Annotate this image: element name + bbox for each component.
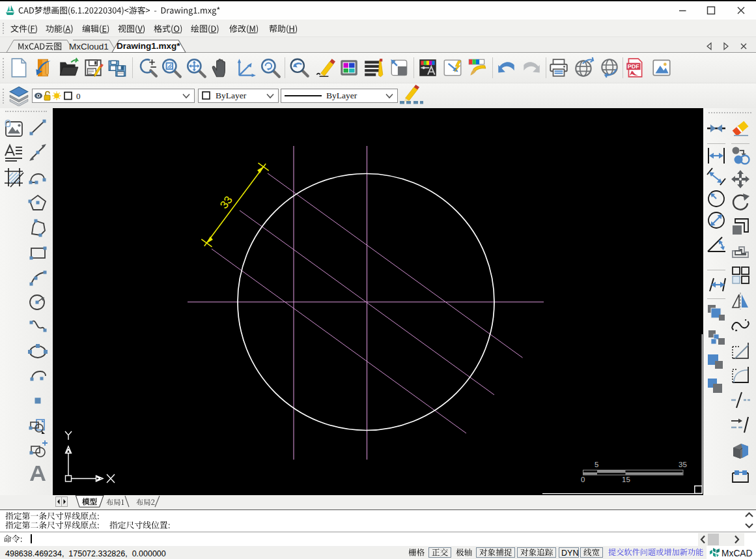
svg-text:PDF: PDF [628,63,640,70]
svg-text:5: 5 [595,461,598,468]
svg-text:35: 35 [679,461,687,468]
svg-text:0: 0 [581,476,585,483]
svg-text:15: 15 [622,476,630,483]
